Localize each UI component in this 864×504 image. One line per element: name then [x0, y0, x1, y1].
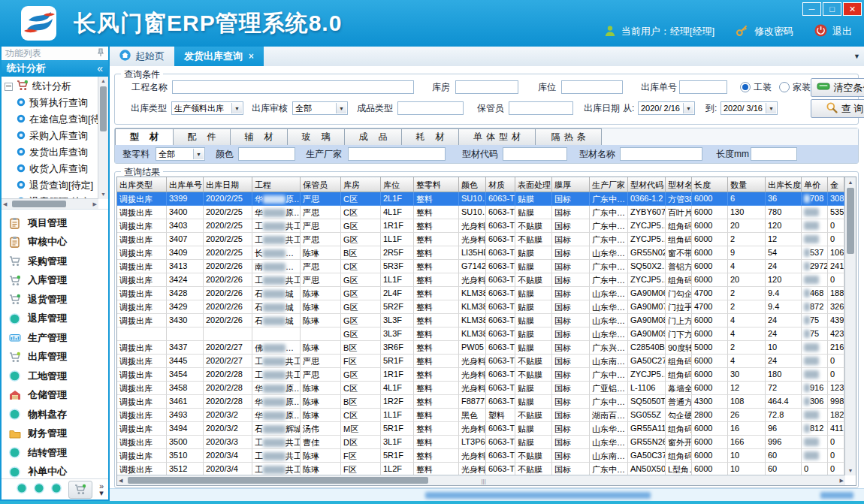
cell[interactable]: 1R1F	[381, 219, 414, 233]
cell[interactable]	[117, 327, 167, 341]
cell[interactable]: 国标	[552, 436, 590, 449]
cell[interactable]: C区	[341, 192, 381, 206]
cell[interactable]: 贴膜	[515, 422, 552, 436]
cell[interactable]: 华原…	[252, 192, 301, 206]
cell[interactable]: 6000	[692, 382, 728, 395]
cell[interactable]: 2	[728, 341, 766, 355]
cell[interactable]: 门上方	[666, 314, 692, 327]
cell[interactable]: KLM3817	[459, 287, 486, 300]
cell[interactable]: 整料	[414, 233, 459, 246]
cell[interactable]: 陈琳	[301, 449, 341, 463]
cell[interactable]: 6063-T5	[486, 395, 515, 409]
column-header[interactable]: 颜色	[459, 177, 486, 192]
cell[interactable]: 整料	[414, 287, 459, 300]
cell[interactable]: 423	[828, 327, 844, 341]
cell[interactable]: 不贴膜	[515, 219, 552, 233]
table-row[interactable]: 调拨出库34942020/3/2石辉城汤伟M区5R1F整料光身料6063-T5贴…	[117, 422, 856, 436]
cell[interactable]: 组角码…	[666, 219, 692, 233]
warehouse-input[interactable]	[455, 80, 518, 94]
grid-horizontal-scrollbar[interactable]: ◀|||▶	[117, 475, 845, 485]
sidebar-menu-item[interactable]: 退库管理	[2, 309, 108, 329]
date-to-picker[interactable]: 2020/ 3/16▼	[721, 101, 778, 115]
cell[interactable]: 国标	[552, 395, 590, 409]
cell[interactable]: 国标	[552, 422, 590, 436]
cell[interactable]: 6063-T5	[486, 368, 515, 382]
cell[interactable]: 工共工程	[252, 273, 301, 287]
cell[interactable]: 山东南…	[590, 355, 628, 368]
cell[interactable]: GR55A11	[628, 422, 666, 436]
cell[interactable]: 广东中…	[590, 233, 628, 246]
cell[interactable]: 1R1F	[381, 368, 414, 382]
cell[interactable]	[802, 409, 828, 422]
cell[interactable]: 6000	[692, 368, 728, 382]
table-row[interactable]: 调拨出库34612020/2/28华原…陈琳B区1R2F整料F8877FT606…	[117, 395, 856, 409]
cell[interactable]: 组角码…	[666, 233, 692, 246]
column-header[interactable]: 保管员	[301, 177, 341, 192]
cell[interactable]: 6063-T5	[486, 233, 515, 246]
cell[interactable]: 广东中…	[590, 395, 628, 409]
cell[interactable]: 长…	[252, 246, 301, 260]
cell[interactable]: 广东中…	[590, 206, 628, 219]
cell[interactable]: 3510	[167, 449, 204, 463]
clear-conditions-button[interactable]: 清空条件	[811, 78, 864, 97]
cell[interactable]: 不贴膜	[515, 409, 552, 422]
cell[interactable]: 贴膜	[515, 395, 552, 409]
cell[interactable]: 5R2F	[381, 300, 414, 314]
cell[interactable]: 调拨出库	[117, 260, 167, 273]
cell[interactable]: 10	[728, 449, 766, 463]
cell[interactable]: 国标	[552, 260, 590, 273]
cell[interactable]: 国标	[552, 273, 590, 287]
table-row[interactable]: 调拨出库33992020/2/25华原…严思C区2L1F整料SU10…6063-…	[117, 192, 856, 206]
cell[interactable]: 6063-T5	[486, 436, 515, 449]
cell[interactable]: 3424	[167, 273, 204, 287]
cell[interactable]: 4300	[692, 395, 728, 409]
cell[interactable]: 2020/2/25	[204, 246, 252, 260]
sidebar-menu-item[interactable]: 采购管理	[2, 252, 108, 271]
cell[interactable]: 不贴膜	[515, 355, 552, 368]
profile-code-input[interactable]	[503, 147, 567, 161]
cell[interactable]: C区	[341, 382, 381, 395]
cell[interactable]: 广东中…	[590, 219, 628, 233]
cell[interactable]: 严思	[301, 355, 341, 368]
cell[interactable]	[802, 206, 828, 219]
tree-vertical-scrollbar[interactable]: ▲▼	[98, 77, 108, 199]
cell[interactable]	[802, 436, 828, 449]
cell[interactable]: 0	[828, 368, 844, 382]
cell[interactable]: 2020/2/28	[204, 395, 252, 409]
table-row[interactable]: 调拨出库34372020/2/27佛…陈琳B区3R6F整料PW056063-T5…	[117, 341, 856, 355]
cell[interactable]: 6063-T5	[486, 260, 515, 273]
cell[interactable]: 6000	[692, 355, 728, 368]
cell[interactable]: SU10…	[459, 206, 486, 219]
cell[interactable]: 华原…	[252, 409, 301, 422]
radio-home[interactable]: 家装	[779, 80, 811, 94]
cell[interactable]: 南…	[252, 260, 301, 273]
tree-item[interactable]: 在途信息查询[待	[2, 111, 98, 128]
cell[interactable]: 2020/2/28	[204, 382, 252, 395]
whole-part-select[interactable]: 全部▼	[156, 147, 205, 161]
cell[interactable]: G区	[341, 273, 381, 287]
cell[interactable]: GA90M09.	[628, 327, 666, 341]
cell[interactable]: 2800	[692, 409, 728, 422]
cell[interactable]: 2972	[802, 260, 828, 273]
cell[interactable]: 华原…	[252, 395, 301, 409]
cell[interactable]: 2020/3/2	[204, 422, 252, 436]
cell[interactable]	[802, 355, 828, 368]
cell[interactable]: ZYCJP5…	[628, 219, 666, 233]
cell[interactable]: 1L1F	[381, 273, 414, 287]
cell[interactable]: 陈琳	[301, 395, 341, 409]
cell[interactable]: 山东华…	[590, 287, 628, 300]
out-type-select[interactable]: 生产领料出库▼	[171, 101, 243, 115]
cell[interactable]: 3413	[167, 260, 204, 273]
cell[interactable]: 216	[828, 341, 844, 355]
cell[interactable]: 调拨出库	[117, 409, 167, 422]
close-button[interactable]: ✕	[843, 2, 862, 16]
grid-vertical-scrollbar[interactable]: ▲▼	[844, 177, 856, 475]
tree-item[interactable]: 发货出库查询	[2, 144, 98, 161]
cell[interactable]: 3R6F	[381, 341, 414, 355]
cell[interactable]: 陈琳	[301, 246, 341, 260]
cell[interactable]: 整料	[414, 219, 459, 233]
cell[interactable]: 2020/2/25	[204, 219, 252, 233]
search-button[interactable]: 查 询	[811, 99, 864, 118]
tab-shipping-outbound-query[interactable]: 发货出库查询 ×	[174, 47, 264, 66]
cell[interactable]: 贴膜	[515, 260, 552, 273]
